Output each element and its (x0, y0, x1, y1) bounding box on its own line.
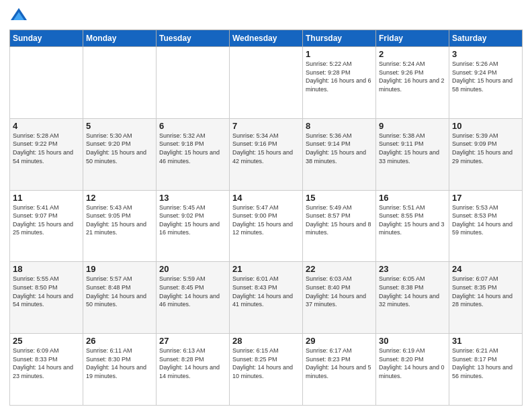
calendar-cell: 21Sunrise: 6:01 AM Sunset: 8:43 PM Dayli… (230, 262, 303, 334)
day-number: 8 (306, 121, 373, 131)
calendar-cell: 1Sunrise: 5:22 AM Sunset: 9:28 PM Daylig… (303, 47, 376, 119)
day-info: Sunrise: 5:41 AM Sunset: 9:07 PM Dayligh… (13, 203, 80, 237)
calendar-cell: 24Sunrise: 6:07 AM Sunset: 8:35 PM Dayli… (449, 262, 523, 334)
day-info: Sunrise: 6:21 AM Sunset: 8:17 PM Dayligh… (452, 347, 519, 380)
day-info: Sunrise: 6:01 AM Sunset: 8:43 PM Dayligh… (232, 275, 300, 308)
day-info: Sunrise: 5:39 AM Sunset: 9:09 PM Dayligh… (452, 132, 519, 165)
calendar-cell: 30Sunrise: 6:19 AM Sunset: 8:20 PM Dayli… (376, 334, 449, 406)
calendar-cell: 17Sunrise: 5:53 AM Sunset: 8:53 PM Dayli… (449, 190, 523, 262)
calendar-cell: 28Sunrise: 6:15 AM Sunset: 8:25 PM Dayli… (230, 334, 303, 406)
calendar-cell: 3Sunrise: 5:26 AM Sunset: 9:24 PM Daylig… (449, 47, 523, 119)
logo (9, 7, 31, 26)
calendar-cell (10, 47, 83, 119)
calendar-cell: 4Sunrise: 5:28 AM Sunset: 9:22 PM Daylig… (10, 118, 83, 190)
calendar-week-row: 25Sunrise: 6:09 AM Sunset: 8:33 PM Dayli… (10, 334, 523, 406)
calendar-cell: 8Sunrise: 5:36 AM Sunset: 9:14 PM Daylig… (303, 118, 376, 190)
calendar-cell: 23Sunrise: 6:05 AM Sunset: 8:38 PM Dayli… (376, 262, 449, 334)
day-info: Sunrise: 5:38 AM Sunset: 9:11 PM Dayligh… (379, 132, 446, 165)
calendar-cell (230, 47, 303, 119)
day-number: 6 (159, 121, 226, 131)
day-number: 25 (13, 336, 80, 346)
day-number: 7 (232, 121, 300, 131)
day-info: Sunrise: 5:55 AM Sunset: 8:50 PM Dayligh… (13, 275, 80, 308)
calendar-cell: 29Sunrise: 6:17 AM Sunset: 8:23 PM Dayli… (303, 334, 376, 406)
calendar-day-header: Wednesday (230, 30, 303, 47)
calendar-day-header: Thursday (303, 30, 376, 47)
day-info: Sunrise: 6:13 AM Sunset: 8:28 PM Dayligh… (159, 347, 226, 380)
day-info: Sunrise: 6:07 AM Sunset: 8:35 PM Dayligh… (452, 275, 519, 308)
day-number: 27 (159, 336, 226, 346)
day-number: 11 (13, 193, 80, 203)
day-number: 17 (452, 193, 519, 203)
calendar: SundayMondayTuesdayWednesdayThursdayFrid… (9, 30, 523, 406)
calendar-cell (83, 47, 157, 119)
calendar-day-header: Monday (83, 30, 157, 47)
day-number: 29 (306, 336, 373, 346)
calendar-cell: 31Sunrise: 6:21 AM Sunset: 8:17 PM Dayli… (449, 334, 523, 406)
calendar-cell: 7Sunrise: 5:34 AM Sunset: 9:16 PM Daylig… (230, 118, 303, 190)
day-number: 1 (306, 49, 373, 59)
calendar-week-row: 11Sunrise: 5:41 AM Sunset: 9:07 PM Dayli… (10, 190, 523, 262)
calendar-cell: 5Sunrise: 5:30 AM Sunset: 9:20 PM Daylig… (83, 118, 157, 190)
day-info: Sunrise: 5:34 AM Sunset: 9:16 PM Dayligh… (232, 132, 300, 165)
day-info: Sunrise: 5:53 AM Sunset: 8:53 PM Dayligh… (452, 203, 519, 237)
calendar-week-row: 4Sunrise: 5:28 AM Sunset: 9:22 PM Daylig… (10, 118, 523, 190)
calendar-cell: 18Sunrise: 5:55 AM Sunset: 8:50 PM Dayli… (10, 262, 83, 334)
calendar-cell: 20Sunrise: 5:59 AM Sunset: 8:45 PM Dayli… (157, 262, 230, 334)
day-info: Sunrise: 5:59 AM Sunset: 8:45 PM Dayligh… (159, 275, 226, 308)
calendar-day-header: Sunday (10, 30, 83, 47)
day-number: 26 (86, 336, 153, 346)
day-number: 14 (232, 193, 300, 203)
day-number: 22 (306, 264, 373, 274)
day-info: Sunrise: 5:24 AM Sunset: 9:26 PM Dayligh… (379, 60, 446, 93)
calendar-cell: 26Sunrise: 6:11 AM Sunset: 8:30 PM Dayli… (83, 334, 157, 406)
calendar-week-row: 1Sunrise: 5:22 AM Sunset: 9:28 PM Daylig… (10, 47, 523, 119)
calendar-cell: 2Sunrise: 5:24 AM Sunset: 9:26 PM Daylig… (376, 47, 449, 119)
day-number: 10 (452, 121, 519, 131)
calendar-day-header: Friday (376, 30, 449, 47)
day-info: Sunrise: 6:17 AM Sunset: 8:23 PM Dayligh… (306, 347, 373, 380)
calendar-cell: 6Sunrise: 5:32 AM Sunset: 9:18 PM Daylig… (157, 118, 230, 190)
day-number: 4 (13, 121, 80, 131)
day-info: Sunrise: 5:43 AM Sunset: 9:05 PM Dayligh… (86, 203, 153, 237)
page: SundayMondayTuesdayWednesdayThursdayFrid… (0, 0, 532, 411)
day-number: 23 (379, 264, 446, 274)
calendar-day-header: Tuesday (157, 30, 230, 47)
calendar-cell: 13Sunrise: 5:45 AM Sunset: 9:02 PM Dayli… (157, 190, 230, 262)
day-number: 19 (86, 264, 153, 274)
calendar-cell: 15Sunrise: 5:49 AM Sunset: 8:57 PM Dayli… (303, 190, 376, 262)
day-number: 5 (86, 121, 153, 131)
day-info: Sunrise: 5:36 AM Sunset: 9:14 PM Dayligh… (306, 132, 373, 165)
day-info: Sunrise: 5:28 AM Sunset: 9:22 PM Dayligh… (13, 132, 80, 165)
calendar-cell: 19Sunrise: 5:57 AM Sunset: 8:48 PM Dayli… (83, 262, 157, 334)
day-info: Sunrise: 5:30 AM Sunset: 9:20 PM Dayligh… (86, 132, 153, 165)
day-info: Sunrise: 6:11 AM Sunset: 8:30 PM Dayligh… (86, 347, 153, 380)
day-number: 28 (232, 336, 300, 346)
day-info: Sunrise: 6:05 AM Sunset: 8:38 PM Dayligh… (379, 275, 446, 308)
day-number: 2 (379, 49, 446, 59)
day-info: Sunrise: 5:47 AM Sunset: 9:00 PM Dayligh… (232, 203, 300, 237)
calendar-day-header: Saturday (449, 30, 523, 47)
day-info: Sunrise: 5:57 AM Sunset: 8:48 PM Dayligh… (86, 275, 153, 308)
calendar-week-row: 18Sunrise: 5:55 AM Sunset: 8:50 PM Dayli… (10, 262, 523, 334)
day-number: 15 (306, 193, 373, 203)
calendar-cell: 14Sunrise: 5:47 AM Sunset: 9:00 PM Dayli… (230, 190, 303, 262)
day-number: 3 (452, 49, 519, 59)
day-info: Sunrise: 6:09 AM Sunset: 8:33 PM Dayligh… (13, 347, 80, 380)
day-info: Sunrise: 5:51 AM Sunset: 8:55 PM Dayligh… (379, 203, 446, 237)
day-info: Sunrise: 6:19 AM Sunset: 8:20 PM Dayligh… (379, 347, 446, 380)
day-number: 16 (379, 193, 446, 203)
calendar-header-row: SundayMondayTuesdayWednesdayThursdayFrid… (10, 30, 523, 47)
calendar-cell: 25Sunrise: 6:09 AM Sunset: 8:33 PM Dayli… (10, 334, 83, 406)
day-info: Sunrise: 5:32 AM Sunset: 9:18 PM Dayligh… (159, 132, 226, 165)
day-number: 9 (379, 121, 446, 131)
day-info: Sunrise: 5:22 AM Sunset: 9:28 PM Dayligh… (306, 60, 373, 93)
calendar-cell: 16Sunrise: 5:51 AM Sunset: 8:55 PM Dayli… (376, 190, 449, 262)
logo-icon (9, 7, 28, 26)
day-number: 18 (13, 264, 80, 274)
calendar-cell: 27Sunrise: 6:13 AM Sunset: 8:28 PM Dayli… (157, 334, 230, 406)
day-info: Sunrise: 5:49 AM Sunset: 8:57 PM Dayligh… (306, 203, 373, 237)
calendar-cell (157, 47, 230, 119)
day-number: 21 (232, 264, 300, 274)
day-number: 24 (452, 264, 519, 274)
